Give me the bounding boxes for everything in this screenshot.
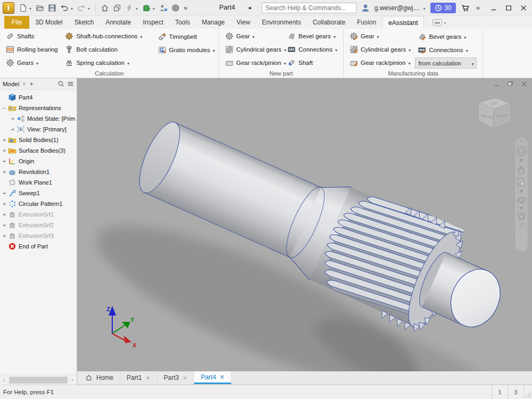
tree-item-sweep[interactable]: Sweep1 (0, 188, 77, 198)
open-button[interactable] (34, 2, 46, 14)
toolbar-overflow-chevron[interactable]: » (182, 4, 189, 12)
undo-caret-icon[interactable] (71, 4, 75, 12)
material-caret-icon[interactable] (153, 4, 157, 12)
inventor-app-icon[interactable]: I (3, 2, 14, 14)
tab-eassistant[interactable]: eAssistant (382, 16, 424, 29)
expander[interactable] (1, 169, 7, 175)
tab-manage[interactable]: Manage (196, 16, 230, 29)
expander[interactable] (1, 137, 7, 143)
browser-add-tab-button[interactable]: + (29, 80, 34, 88)
newpart-connections-button[interactable]: Connections (285, 43, 342, 56)
browser-tab-model[interactable]: Model (3, 81, 19, 87)
tab-view[interactable]: View (231, 16, 256, 29)
timingbelt-button[interactable]: Timingbelt (155, 30, 218, 43)
shaft-hub-connections-button[interactable]: Shaft-hub-connections (62, 30, 155, 43)
redo-caret-icon[interactable] (88, 4, 92, 12)
expander[interactable] (1, 190, 7, 196)
tree-item-origin[interactable]: Origin (0, 156, 77, 167)
navbar-close-icon[interactable] (519, 139, 523, 143)
scroll-right-arrow[interactable]: › (70, 377, 75, 383)
expander[interactable] (1, 201, 7, 207)
scroll-left-arrow[interactable]: ‹ (2, 377, 7, 383)
right-overflow-chevron[interactable]: » (475, 4, 481, 12)
new-file-button[interactable] (17, 2, 29, 14)
gratis-modules-button[interactable]: Gratis modules (155, 43, 218, 56)
viewport-canvas[interactable]: TOP FRONT RIGHT Z Y X (77, 78, 532, 371)
ribbon-display-toggle[interactable] (433, 16, 448, 29)
material-button[interactable] (140, 2, 152, 14)
tab-collaborate[interactable]: Collaborate (307, 16, 351, 29)
tree-item-revolution[interactable]: Revolution1 (0, 167, 77, 177)
tab-environments[interactable]: Environments (256, 16, 306, 29)
scrollbar-thumb[interactable] (9, 377, 68, 384)
tree-item-view-primary[interactable]: View: [Primary] (0, 124, 77, 135)
expander[interactable] (1, 222, 7, 228)
tree-item-model-state[interactable]: Model State: [Prim (0, 113, 77, 124)
navigation-wheel-icon[interactable] (516, 145, 527, 157)
search-input[interactable] (262, 3, 356, 13)
look-at-icon[interactable] (516, 212, 527, 221)
tree-item-part[interactable]: Part4 (0, 92, 77, 103)
tab-fusion[interactable]: Fusion (351, 16, 382, 29)
expander[interactable] (1, 148, 7, 154)
navbar-caret-icon[interactable] (519, 159, 523, 162)
expander[interactable] (10, 116, 16, 122)
view-cube[interactable]: TOP FRONT RIGHT (464, 89, 517, 137)
tab-file[interactable]: File (4, 16, 29, 29)
home-button[interactable] (99, 2, 111, 14)
iproperties-button[interactable] (123, 2, 135, 14)
undo-button[interactable] (59, 2, 70, 14)
rolling-bearing-button[interactable]: Rolling bearing (3, 43, 62, 56)
collaborate-button[interactable] (157, 2, 169, 14)
window-maximize-button[interactable] (505, 4, 512, 12)
newpart-bevel-gears-button[interactable]: Bevel gears (285, 30, 342, 43)
navbar-caret-icon[interactable] (519, 190, 523, 193)
zoom-icon[interactable] (517, 177, 526, 188)
shafts-button[interactable]: Shafts (3, 30, 62, 43)
close-icon[interactable] (220, 375, 225, 379)
doc-tab-part1[interactable]: Part1 (120, 371, 157, 384)
newpart-shaft-button[interactable]: Shaft (285, 56, 342, 69)
mfg-connections-button[interactable]: Connections (415, 43, 481, 56)
pan-hand-icon[interactable] (517, 164, 526, 175)
tab-annotate[interactable]: Annotate (99, 16, 137, 29)
close-icon[interactable] (182, 376, 187, 380)
resize-grip[interactable] (523, 385, 532, 399)
browser-tab-close-icon[interactable] (22, 81, 27, 86)
doc-tab-part3[interactable]: Part3 (157, 371, 195, 384)
window-minimize-button[interactable] (490, 4, 497, 12)
store-cart-button[interactable] (459, 2, 471, 14)
tree-item-end-of-part[interactable]: End of Part (0, 241, 77, 252)
orbit-icon[interactable] (516, 195, 527, 205)
save-button[interactable] (46, 2, 58, 14)
newpart-gear-button[interactable]: Gear (222, 30, 285, 43)
tree-item-work-plane[interactable]: Work Plane1 (0, 177, 77, 188)
tree-item-representations[interactable]: Representations (0, 103, 77, 113)
expander[interactable] (1, 233, 7, 239)
newpart-cylindrical-gears-button[interactable]: Cylindrical gears (222, 43, 285, 56)
bolt-calculation-button[interactable]: Bolt calculation (62, 43, 155, 56)
account-caret-icon[interactable] (423, 4, 427, 12)
tree-item-extrusionsrf2[interactable]: ExtrusionSrf2 (0, 220, 77, 230)
tree-item-solid-bodies[interactable]: Solid Bodies(1) (0, 135, 77, 145)
window-close-button[interactable] (520, 4, 527, 12)
browser-search-icon[interactable] (57, 80, 64, 87)
trial-clock-badge[interactable]: 30 (430, 3, 455, 13)
doc-restore-button[interactable] (507, 80, 514, 87)
tree-item-surface-bodies[interactable]: Surface Bodies(3) (0, 145, 77, 156)
expander[interactable] (1, 105, 7, 111)
doc-tab-part4[interactable]: Part4 (194, 371, 231, 384)
tab-tools[interactable]: Tools (169, 16, 196, 29)
iproperties-caret-icon[interactable] (136, 4, 140, 12)
expander[interactable] (1, 159, 7, 164)
expander[interactable] (1, 212, 7, 218)
account-person-icon[interactable] (360, 2, 371, 14)
tab-sketch[interactable]: Sketch (69, 16, 100, 29)
newpart-gear-rack-button[interactable]: Gear rack/pinion (222, 56, 285, 69)
gears-button[interactable]: Gears (3, 56, 62, 69)
browser-menu-icon[interactable] (67, 80, 74, 87)
spring-calculation-button[interactable]: Spring calculation (62, 56, 155, 69)
new-file-caret-icon[interactable] (29, 4, 34, 12)
doc-close-button[interactable] (521, 80, 528, 87)
navbar-more-icon[interactable] (520, 223, 523, 227)
